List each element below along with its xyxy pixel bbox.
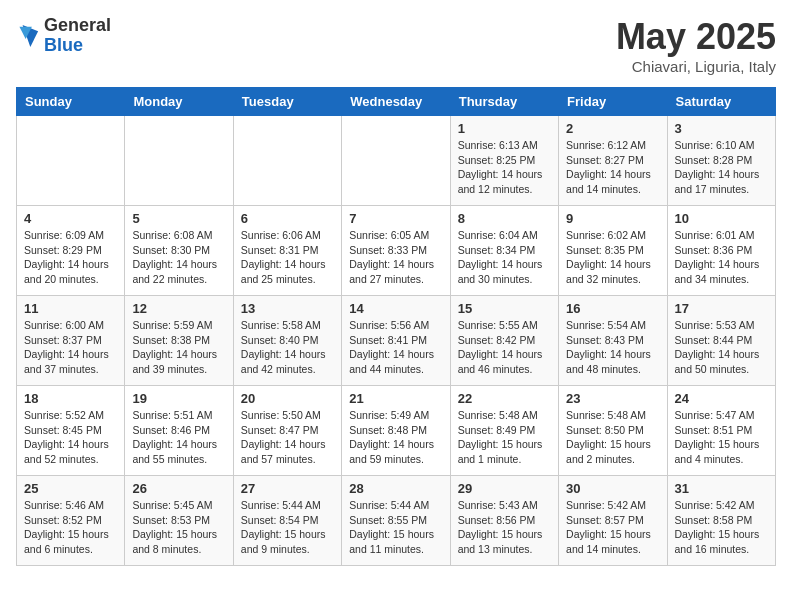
day-info: Sunrise: 5:44 AMSunset: 8:55 PMDaylight:… — [349, 498, 442, 557]
day-number: 26 — [132, 481, 225, 496]
day-number: 20 — [241, 391, 334, 406]
day-info: Sunrise: 6:01 AMSunset: 8:36 PMDaylight:… — [675, 228, 768, 287]
day-cell: 25Sunrise: 5:46 AMSunset: 8:52 PMDayligh… — [17, 476, 125, 566]
day-cell: 14Sunrise: 5:56 AMSunset: 8:41 PMDayligh… — [342, 296, 450, 386]
day-info: Sunrise: 5:59 AMSunset: 8:38 PMDaylight:… — [132, 318, 225, 377]
page-header: General Blue May 2025 Chiavari, Liguria,… — [16, 16, 776, 75]
day-info: Sunrise: 6:06 AMSunset: 8:31 PMDaylight:… — [241, 228, 334, 287]
day-cell — [233, 116, 341, 206]
day-info: Sunrise: 5:44 AMSunset: 8:54 PMDaylight:… — [241, 498, 334, 557]
day-number: 30 — [566, 481, 659, 496]
day-info: Sunrise: 5:43 AMSunset: 8:56 PMDaylight:… — [458, 498, 551, 557]
day-info: Sunrise: 5:55 AMSunset: 8:42 PMDaylight:… — [458, 318, 551, 377]
day-info: Sunrise: 5:49 AMSunset: 8:48 PMDaylight:… — [349, 408, 442, 467]
header-cell-sunday: Sunday — [17, 88, 125, 116]
header-row: SundayMondayTuesdayWednesdayThursdayFrid… — [17, 88, 776, 116]
day-number: 3 — [675, 121, 768, 136]
day-number: 17 — [675, 301, 768, 316]
day-number: 28 — [349, 481, 442, 496]
day-number: 19 — [132, 391, 225, 406]
day-cell: 30Sunrise: 5:42 AMSunset: 8:57 PMDayligh… — [559, 476, 667, 566]
day-cell: 23Sunrise: 5:48 AMSunset: 8:50 PMDayligh… — [559, 386, 667, 476]
calendar-header: SundayMondayTuesdayWednesdayThursdayFrid… — [17, 88, 776, 116]
week-row-0: 1Sunrise: 6:13 AMSunset: 8:25 PMDaylight… — [17, 116, 776, 206]
day-cell: 9Sunrise: 6:02 AMSunset: 8:35 PMDaylight… — [559, 206, 667, 296]
day-number: 31 — [675, 481, 768, 496]
day-info: Sunrise: 5:52 AMSunset: 8:45 PMDaylight:… — [24, 408, 117, 467]
day-info: Sunrise: 6:02 AMSunset: 8:35 PMDaylight:… — [566, 228, 659, 287]
day-cell: 2Sunrise: 6:12 AMSunset: 8:27 PMDaylight… — [559, 116, 667, 206]
header-cell-thursday: Thursday — [450, 88, 558, 116]
day-cell: 10Sunrise: 6:01 AMSunset: 8:36 PMDayligh… — [667, 206, 775, 296]
day-number: 29 — [458, 481, 551, 496]
month-title: May 2025 — [616, 16, 776, 58]
day-cell: 27Sunrise: 5:44 AMSunset: 8:54 PMDayligh… — [233, 476, 341, 566]
day-cell: 3Sunrise: 6:10 AMSunset: 8:28 PMDaylight… — [667, 116, 775, 206]
logo: General Blue — [16, 16, 111, 56]
logo-icon — [16, 22, 40, 50]
day-number: 14 — [349, 301, 442, 316]
day-cell: 29Sunrise: 5:43 AMSunset: 8:56 PMDayligh… — [450, 476, 558, 566]
day-cell: 12Sunrise: 5:59 AMSunset: 8:38 PMDayligh… — [125, 296, 233, 386]
day-cell: 16Sunrise: 5:54 AMSunset: 8:43 PMDayligh… — [559, 296, 667, 386]
day-cell: 5Sunrise: 6:08 AMSunset: 8:30 PMDaylight… — [125, 206, 233, 296]
day-number: 2 — [566, 121, 659, 136]
week-row-1: 4Sunrise: 6:09 AMSunset: 8:29 PMDaylight… — [17, 206, 776, 296]
day-info: Sunrise: 6:08 AMSunset: 8:30 PMDaylight:… — [132, 228, 225, 287]
day-number: 8 — [458, 211, 551, 226]
day-cell: 31Sunrise: 5:42 AMSunset: 8:58 PMDayligh… — [667, 476, 775, 566]
day-cell: 28Sunrise: 5:44 AMSunset: 8:55 PMDayligh… — [342, 476, 450, 566]
day-info: Sunrise: 6:13 AMSunset: 8:25 PMDaylight:… — [458, 138, 551, 197]
day-cell: 13Sunrise: 5:58 AMSunset: 8:40 PMDayligh… — [233, 296, 341, 386]
day-cell: 18Sunrise: 5:52 AMSunset: 8:45 PMDayligh… — [17, 386, 125, 476]
week-row-3: 18Sunrise: 5:52 AMSunset: 8:45 PMDayligh… — [17, 386, 776, 476]
day-number: 7 — [349, 211, 442, 226]
day-number: 1 — [458, 121, 551, 136]
day-cell: 21Sunrise: 5:49 AMSunset: 8:48 PMDayligh… — [342, 386, 450, 476]
day-number: 18 — [24, 391, 117, 406]
day-info: Sunrise: 6:00 AMSunset: 8:37 PMDaylight:… — [24, 318, 117, 377]
day-cell: 1Sunrise: 6:13 AMSunset: 8:25 PMDaylight… — [450, 116, 558, 206]
day-cell: 22Sunrise: 5:48 AMSunset: 8:49 PMDayligh… — [450, 386, 558, 476]
logo-text: General Blue — [44, 16, 111, 56]
week-row-2: 11Sunrise: 6:00 AMSunset: 8:37 PMDayligh… — [17, 296, 776, 386]
day-number: 15 — [458, 301, 551, 316]
day-number: 27 — [241, 481, 334, 496]
day-info: Sunrise: 5:48 AMSunset: 8:49 PMDaylight:… — [458, 408, 551, 467]
day-info: Sunrise: 6:04 AMSunset: 8:34 PMDaylight:… — [458, 228, 551, 287]
day-cell: 15Sunrise: 5:55 AMSunset: 8:42 PMDayligh… — [450, 296, 558, 386]
day-number: 23 — [566, 391, 659, 406]
day-cell: 6Sunrise: 6:06 AMSunset: 8:31 PMDaylight… — [233, 206, 341, 296]
day-number: 10 — [675, 211, 768, 226]
header-cell-wednesday: Wednesday — [342, 88, 450, 116]
day-cell: 19Sunrise: 5:51 AMSunset: 8:46 PMDayligh… — [125, 386, 233, 476]
day-info: Sunrise: 6:05 AMSunset: 8:33 PMDaylight:… — [349, 228, 442, 287]
location: Chiavari, Liguria, Italy — [616, 58, 776, 75]
day-cell: 24Sunrise: 5:47 AMSunset: 8:51 PMDayligh… — [667, 386, 775, 476]
day-number: 16 — [566, 301, 659, 316]
day-info: Sunrise: 5:50 AMSunset: 8:47 PMDaylight:… — [241, 408, 334, 467]
logo-blue: Blue — [44, 36, 111, 56]
day-cell — [342, 116, 450, 206]
day-number: 22 — [458, 391, 551, 406]
day-info: Sunrise: 5:56 AMSunset: 8:41 PMDaylight:… — [349, 318, 442, 377]
header-cell-friday: Friday — [559, 88, 667, 116]
day-cell — [125, 116, 233, 206]
day-number: 21 — [349, 391, 442, 406]
day-number: 4 — [24, 211, 117, 226]
calendar-table: SundayMondayTuesdayWednesdayThursdayFrid… — [16, 87, 776, 566]
day-cell: 8Sunrise: 6:04 AMSunset: 8:34 PMDaylight… — [450, 206, 558, 296]
header-cell-saturday: Saturday — [667, 88, 775, 116]
day-number: 9 — [566, 211, 659, 226]
day-number: 12 — [132, 301, 225, 316]
day-info: Sunrise: 5:51 AMSunset: 8:46 PMDaylight:… — [132, 408, 225, 467]
day-info: Sunrise: 5:42 AMSunset: 8:57 PMDaylight:… — [566, 498, 659, 557]
day-cell: 11Sunrise: 6:00 AMSunset: 8:37 PMDayligh… — [17, 296, 125, 386]
day-number: 25 — [24, 481, 117, 496]
day-info: Sunrise: 5:58 AMSunset: 8:40 PMDaylight:… — [241, 318, 334, 377]
day-number: 6 — [241, 211, 334, 226]
title-block: May 2025 Chiavari, Liguria, Italy — [616, 16, 776, 75]
day-cell: 20Sunrise: 5:50 AMSunset: 8:47 PMDayligh… — [233, 386, 341, 476]
week-row-4: 25Sunrise: 5:46 AMSunset: 8:52 PMDayligh… — [17, 476, 776, 566]
day-number: 11 — [24, 301, 117, 316]
